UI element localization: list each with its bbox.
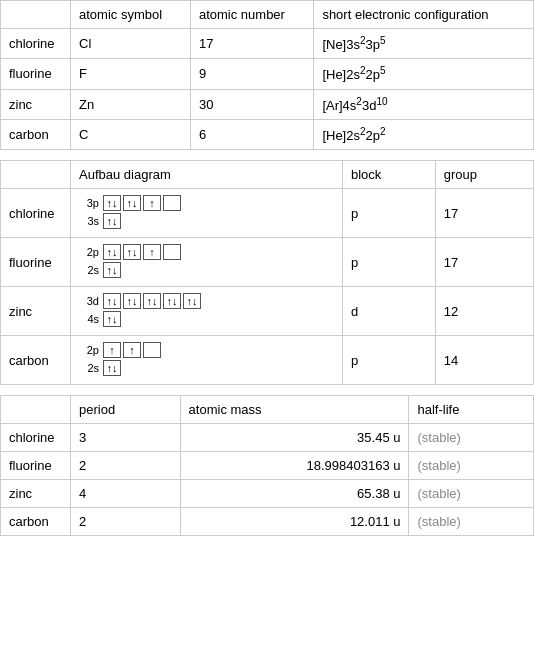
orbital-box: ↑↓ xyxy=(123,244,141,260)
element-label: fluorine xyxy=(1,59,71,89)
halflife-cell: (stable) xyxy=(409,480,534,508)
period-cell: 2 xyxy=(71,508,181,536)
number-cell: 30 xyxy=(190,89,313,119)
table-row: fluorine F 9 [He]2s22p5 xyxy=(1,59,534,89)
number-cell: 6 xyxy=(190,119,313,149)
table-row: fluorine 2p↑↓↑↓↑2s↑↓ p 17 xyxy=(1,238,534,287)
col-header-mass: atomic mass xyxy=(180,396,409,424)
symbol-cell: Cl xyxy=(71,29,191,59)
col-header-empty2 xyxy=(1,161,71,189)
orbital-box: ↑ xyxy=(103,342,121,358)
block-cell: d xyxy=(342,287,435,336)
mass-cell: 18.998403163 u xyxy=(180,452,409,480)
orbital-label: 3d xyxy=(79,295,99,307)
halflife-cell: (stable) xyxy=(409,424,534,452)
orbital-box: ↑↓ xyxy=(143,293,161,309)
element-label: zinc xyxy=(1,89,71,119)
element-label: chlorine xyxy=(1,424,71,452)
mass-cell: 35.45 u xyxy=(180,424,409,452)
group-cell: 12 xyxy=(435,287,533,336)
symbol-cell: Zn xyxy=(71,89,191,119)
config-cell: [He]2s22p2 xyxy=(314,119,534,149)
orbital-box: ↑ xyxy=(143,244,161,260)
element-label: fluorine xyxy=(1,452,71,480)
element-label: chlorine xyxy=(1,189,71,238)
halflife-cell: (stable) xyxy=(409,508,534,536)
config-cell: [Ar]4s23d10 xyxy=(314,89,534,119)
col-header-config: short electronic configuration xyxy=(314,1,534,29)
period-cell: 3 xyxy=(71,424,181,452)
period-cell: 4 xyxy=(71,480,181,508)
config-cell: [He]2s22p5 xyxy=(314,59,534,89)
col-header-number: atomic number xyxy=(190,1,313,29)
col-header-period: period xyxy=(71,396,181,424)
block-cell: p xyxy=(342,336,435,385)
table-aufbau: Aufbau diagram block group chlorine 3p↑↓… xyxy=(0,160,534,385)
orbital-box: ↑↓ xyxy=(123,293,141,309)
aufbau-cell: 2p↑↓↑↓↑2s↑↓ xyxy=(71,238,343,287)
col-header-empty1 xyxy=(1,1,71,29)
table-row: zinc 4 65.38 u (stable) xyxy=(1,480,534,508)
col-header-symbol: atomic symbol xyxy=(71,1,191,29)
table-row: fluorine 2 18.998403163 u (stable) xyxy=(1,452,534,480)
table-electronic-config: atomic symbol atomic number short electr… xyxy=(0,0,534,150)
orbital-box: ↑↓ xyxy=(183,293,201,309)
aufbau-cell: 2p↑↑2s↑↓ xyxy=(71,336,343,385)
orbital-box xyxy=(143,342,161,358)
orbital-label: 3s xyxy=(79,215,99,227)
mass-cell: 12.011 u xyxy=(180,508,409,536)
group-cell: 17 xyxy=(435,189,533,238)
element-label: zinc xyxy=(1,287,71,336)
table-row: carbon 2p↑↑2s↑↓ p 14 xyxy=(1,336,534,385)
symbol-cell: C xyxy=(71,119,191,149)
table-row: chlorine 3p↑↓↑↓↑3s↑↓ p 17 xyxy=(1,189,534,238)
element-label: zinc xyxy=(1,480,71,508)
aufbau-cell: 3d↑↓↑↓↑↓↑↓↑↓4s↑↓ xyxy=(71,287,343,336)
orbital-label: 2p xyxy=(79,246,99,258)
halflife-cell: (stable) xyxy=(409,452,534,480)
element-label: carbon xyxy=(1,508,71,536)
orbital-label: 2s xyxy=(79,362,99,374)
group-cell: 17 xyxy=(435,238,533,287)
orbital-box: ↑↓ xyxy=(103,244,121,260)
col-header-block: block xyxy=(342,161,435,189)
col-header-empty3 xyxy=(1,396,71,424)
aufbau-cell: 3p↑↓↑↓↑3s↑↓ xyxy=(71,189,343,238)
orbital-box: ↑↓ xyxy=(103,360,121,376)
orbital-box: ↑ xyxy=(123,342,141,358)
table-row: chlorine Cl 17 [Ne]3s23p5 xyxy=(1,29,534,59)
orbital-box: ↑↓ xyxy=(123,195,141,211)
orbital-box: ↑ xyxy=(143,195,161,211)
block-cell: p xyxy=(342,189,435,238)
orbital-box: ↑↓ xyxy=(103,293,121,309)
mass-cell: 65.38 u xyxy=(180,480,409,508)
orbital-box: ↑↓ xyxy=(103,213,121,229)
col-header-halflife: half-life xyxy=(409,396,534,424)
config-cell: [Ne]3s23p5 xyxy=(314,29,534,59)
orbital-label: 3p xyxy=(79,197,99,209)
element-label: chlorine xyxy=(1,29,71,59)
orbital-box: ↑↓ xyxy=(163,293,181,309)
table-row: chlorine 3 35.45 u (stable) xyxy=(1,424,534,452)
orbital-box xyxy=(163,244,181,260)
orbital-label: 2p xyxy=(79,344,99,356)
block-cell: p xyxy=(342,238,435,287)
element-label: fluorine xyxy=(1,238,71,287)
table-row: carbon 2 12.011 u (stable) xyxy=(1,508,534,536)
orbital-box: ↑↓ xyxy=(103,311,121,327)
symbol-cell: F xyxy=(71,59,191,89)
period-cell: 2 xyxy=(71,452,181,480)
number-cell: 9 xyxy=(190,59,313,89)
orbital-box: ↑↓ xyxy=(103,262,121,278)
table-row: zinc Zn 30 [Ar]4s23d10 xyxy=(1,89,534,119)
orbital-label: 4s xyxy=(79,313,99,325)
element-label: carbon xyxy=(1,336,71,385)
col-header-aufbau: Aufbau diagram xyxy=(71,161,343,189)
col-header-group: group xyxy=(435,161,533,189)
orbital-box xyxy=(163,195,181,211)
number-cell: 17 xyxy=(190,29,313,59)
table-row: carbon C 6 [He]2s22p2 xyxy=(1,119,534,149)
table-row: zinc 3d↑↓↑↓↑↓↑↓↑↓4s↑↓ d 12 xyxy=(1,287,534,336)
element-label: carbon xyxy=(1,119,71,149)
group-cell: 14 xyxy=(435,336,533,385)
